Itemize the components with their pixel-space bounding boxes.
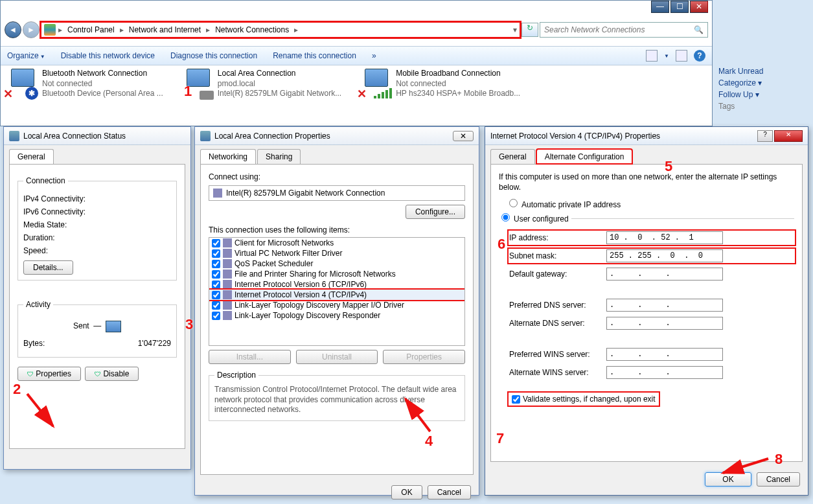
max-button[interactable]: ☐ (670, 1, 689, 13)
conn-name: Local Area Connection (218, 69, 341, 79)
ethernet-icon (200, 91, 214, 100)
connection-item[interactable]: Local Area Connection pmod.local Intel(R… (183, 69, 341, 99)
install-button[interactable]: Install... (209, 350, 291, 364)
pref-wins-input[interactable] (606, 348, 723, 361)
control-panel-icon (44, 24, 56, 36)
description-text: Transmission Control Protocol/Internet P… (214, 385, 459, 415)
radio-user[interactable] (501, 213, 510, 222)
dialog-title: Internet Protocol Version 4 (TCP/IPv4) P… (490, 132, 660, 141)
error-icon: ✕ (3, 87, 13, 101)
toolbar-overflow[interactable]: » (372, 51, 376, 60)
address-bar[interactable]: ▸ Control Panel ▸ Network and Internet ▸… (41, 22, 520, 38)
help-button[interactable]: ? (757, 130, 773, 142)
tab-sharing[interactable]: Sharing (257, 149, 301, 164)
back-button[interactable]: ◄ (5, 21, 21, 38)
rename-button[interactable]: Rename this connection (273, 51, 356, 60)
disable-button[interactable]: 🛡 Disable (85, 367, 139, 381)
ip-input[interactable] (606, 231, 723, 244)
followup-button[interactable]: Follow Up ▾ (718, 89, 809, 100)
configure-button[interactable]: Configure... (406, 205, 465, 219)
categorize-button[interactable]: Categorize ▾ (718, 77, 809, 89)
conn-status: Not connected (396, 79, 520, 89)
ok-button[interactable]: OK (705, 472, 751, 487)
monitor-icon (106, 321, 121, 332)
gateway-input[interactable] (606, 268, 723, 281)
dialog-title: Local Area Connection Status (23, 132, 126, 141)
ipv4-dialog: Internet Protocol Version 4 (TCP/IPv4) P… (485, 126, 808, 496)
connection-group: Connection IPv4 Connectivity: IPv6 Conne… (17, 176, 177, 281)
list-item[interactable]: File and Printer Sharing for Microsoft N… (209, 269, 464, 279)
forward-button[interactable]: ► (23, 21, 40, 38)
activity-group: Activity Sent — Bytes:1'047'229 (17, 300, 177, 358)
crumb[interactable]: Network Connections (212, 24, 292, 36)
conn-device: HP hs2340 HSPA+ Mobile Broadb... (396, 89, 520, 99)
component-icon (223, 290, 232, 299)
close-button[interactable]: ✕ (690, 1, 708, 13)
uninstall-button[interactable]: Uninstall (296, 350, 378, 364)
tab-general[interactable]: General (9, 149, 54, 164)
intro-text: If this computer is used on more than on… (499, 172, 794, 192)
adapter-box[interactable]: Intel(R) 82579LM Gigabit Network Connect… (209, 185, 465, 201)
cancel-button[interactable]: Cancel (757, 472, 800, 487)
search-icon: 🔍 (694, 25, 704, 34)
list-item[interactable]: Link-Layer Topology Discovery Mapper I/O… (209, 300, 464, 310)
item-properties-button[interactable]: Properties (383, 350, 465, 364)
dialog-title: Local Area Connection Properties (214, 132, 330, 141)
component-icon (223, 249, 232, 258)
view-mode-button[interactable] (646, 50, 658, 62)
search-input[interactable]: Search Network Connections 🔍 (540, 22, 708, 38)
list-item[interactable]: Client for Microsoft Networks (209, 238, 464, 248)
crumb[interactable]: Network and Internet (126, 24, 203, 36)
mark-unread-button[interactable]: Mark Unread (718, 65, 809, 77)
list-item[interactable]: Internet Protocol Version 6 (TCP/IPv6) (209, 279, 464, 290)
component-list[interactable]: Client for Microsoft Networks Virtual PC… (209, 237, 465, 346)
tab-alternate[interactable]: Alternate Configuration (536, 149, 633, 164)
list-item-ipv4[interactable]: Internet Protocol Version 4 (TCP/IPv4) (209, 290, 464, 300)
min-button[interactable]: ― (651, 1, 669, 13)
tags-label: Tags (718, 100, 809, 112)
properties-button[interactable]: 🛡 Properties (17, 367, 81, 381)
crumb[interactable]: Control Panel (65, 24, 117, 36)
subnet-input[interactable] (606, 249, 723, 262)
preview-pane-button[interactable] (676, 50, 687, 62)
tab-general[interactable]: General (490, 149, 535, 164)
component-icon (223, 269, 232, 279)
close-button[interactable]: ✕ (453, 131, 474, 141)
status-dialog: Local Area Connection Status General Con… (3, 126, 191, 470)
tab-networking[interactable]: Networking (200, 149, 256, 164)
pref-dns-input[interactable] (606, 299, 723, 312)
details-button[interactable]: Details... (23, 260, 73, 275)
cancel-button[interactable]: Cancel (428, 485, 471, 499)
connection-item[interactable]: ✕ Mobile Broadband Connection Not connec… (361, 69, 520, 99)
conn-status: pmod.local (218, 79, 341, 89)
search-placeholder: Search Network Connections (544, 25, 645, 34)
toolbar: Organize▼ Disable this network device Di… (1, 46, 712, 65)
list-item[interactable]: QoS Packet Scheduler (209, 258, 464, 269)
validate-checkbox[interactable] (512, 395, 520, 404)
diagnose-button[interactable]: Diagnose this connection (170, 51, 257, 60)
radio-auto[interactable] (509, 199, 518, 207)
conn-name: Mobile Broadband Connection (396, 69, 520, 79)
conn-name: Bluetooth Network Connection (42, 69, 163, 79)
alt-wins-input[interactable] (606, 366, 723, 379)
conn-device: Intel(R) 82579LM Gigabit Network... (218, 89, 341, 99)
adapter-name: Intel(R) 82579LM Gigabit Network Connect… (226, 189, 385, 198)
list-item[interactable]: Virtual PC Network Filter Driver (209, 248, 464, 258)
alt-dns-input[interactable] (606, 317, 723, 330)
refresh-button[interactable]: ↻ (521, 23, 538, 37)
connection-item[interactable]: ✕✱ Bluetooth Network Connection Not conn… (7, 69, 163, 99)
component-icon (223, 280, 232, 289)
organize-menu[interactable]: Organize▼ (7, 51, 45, 60)
explorer-window: ― ☐ ✕ ◄ ► ▸ Control Panel ▸ Network and … (0, 0, 713, 126)
disable-device-button[interactable]: Disable this network device (61, 51, 155, 60)
component-icon (223, 259, 232, 268)
component-icon (223, 311, 232, 320)
close-button[interactable]: ✕ (774, 130, 803, 142)
help-button[interactable]: ? (694, 50, 705, 62)
items-label: This connection uses the following items… (209, 225, 465, 235)
ok-button[interactable]: OK (391, 485, 422, 499)
list-item[interactable]: Link-Layer Topology Discovery Responder (209, 310, 464, 321)
network-icon (9, 131, 19, 141)
error-icon: ✕ (357, 87, 367, 101)
network-icon (200, 131, 211, 141)
